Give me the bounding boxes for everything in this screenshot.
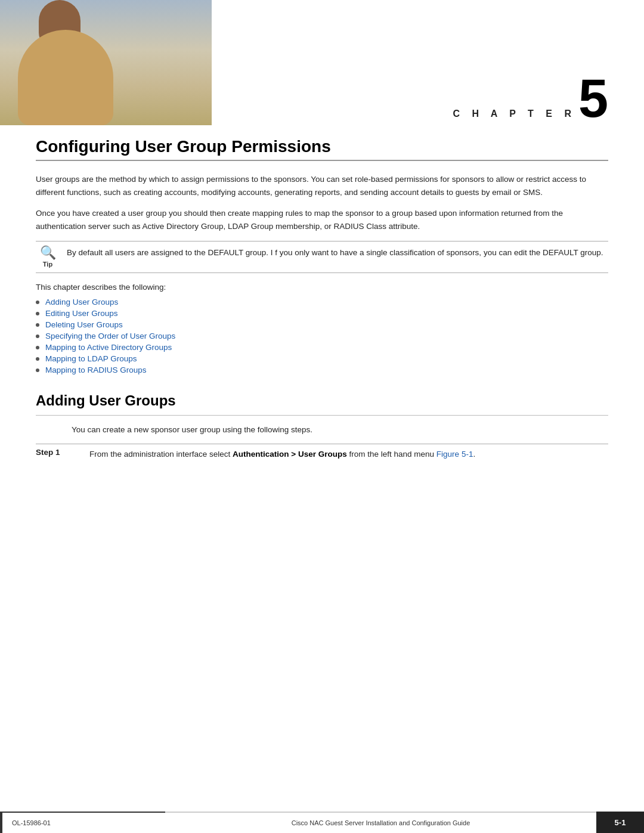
footer-doc-number-text: OL-15986-01 — [12, 819, 51, 826]
toc-link-5[interactable]: Mapping to LDAP Groups — [45, 354, 137, 363]
step-area: Step 1 From the administration interface… — [36, 444, 608, 461]
intro-paragraph-2: Once you have created a user group you s… — [36, 207, 608, 233]
tip-row: 🔍 Tip By default all users are assigned … — [36, 246, 608, 268]
toc-item-2: Deleting User Groups — [36, 320, 608, 329]
section-heading: Adding User Groups — [36, 392, 608, 409]
toc-link-4[interactable]: Mapping to Active Directory Groups — [45, 343, 172, 352]
toc-item-1: Editing User Groups — [36, 309, 608, 318]
tip-section: 🔍 Tip By default all users are assigned … — [36, 241, 608, 273]
section-intro: You can create a new sponsor user group … — [72, 425, 608, 434]
step-1-bold: Authentication > User Groups — [233, 450, 347, 459]
person-body — [18, 30, 113, 125]
tip-icon-wrapper: 🔍 Tip — [36, 246, 60, 268]
chapter-label: C H A P T E R — [453, 109, 576, 119]
step-1-text-suffix: from the left hand menu — [347, 450, 436, 459]
tip-label: Tip — [43, 261, 52, 268]
title-divider — [36, 160, 608, 161]
toc-link-1[interactable]: Editing User Groups — [45, 309, 118, 318]
page: C H A P T E R 5 Configuring User Group P… — [0, 0, 644, 833]
header-photo — [0, 0, 212, 125]
step-1-text-prefix: From the administration interface select — [89, 450, 233, 459]
footer-page-number: 5-1 — [615, 818, 626, 827]
tip-divider-bottom — [36, 272, 608, 273]
intro-paragraph-1: User groups are the method by which to a… — [36, 173, 608, 199]
step-1-content: From the administration interface select… — [89, 444, 608, 461]
footer-page: 5-1 — [596, 812, 644, 833]
bullet-icon — [36, 312, 39, 315]
toc-link-0[interactable]: Adding User Groups — [45, 298, 118, 306]
toc-item-3: Specifying the Order of User Groups — [36, 332, 608, 340]
toc-intro: This chapter describes the following: — [36, 283, 608, 292]
bullet-icon — [36, 301, 39, 304]
toc-item-6: Mapping to RADIUS Groups — [36, 366, 608, 374]
chapter-block: C H A P T E R 5 — [453, 83, 608, 125]
page-title: Configuring User Group Permissions — [36, 137, 608, 156]
step-1-period: . — [473, 450, 475, 459]
toc-link-6[interactable]: Mapping to RADIUS Groups — [45, 366, 147, 374]
toc-link-2[interactable]: Deleting User Groups — [45, 320, 123, 329]
tip-divider-top — [36, 241, 608, 241]
bullet-icon — [36, 335, 39, 338]
toc-item-5: Mapping to LDAP Groups — [36, 354, 608, 363]
bullet-icon — [36, 368, 39, 372]
toc-list: Adding User Groups Editing User Groups D… — [36, 298, 608, 374]
step-1-label: Step 1 — [36, 444, 89, 457]
tip-icon: 🔍 — [40, 246, 56, 259]
footer-title: Cisco NAC Guest Server Installation and … — [165, 812, 596, 833]
section-divider — [36, 415, 608, 416]
bullet-icon — [36, 323, 39, 327]
tip-content: By default all users are assigned to the… — [67, 246, 608, 259]
toc-link-3[interactable]: Specifying the Order of User Groups — [45, 332, 175, 340]
step-1-link[interactable]: Figure 5-1 — [436, 450, 473, 459]
footer-doc-number: OL-15986-01 — [2, 812, 165, 833]
footer: OL-15986-01 Cisco NAC Guest Server Insta… — [0, 812, 644, 833]
step-1-row: Step 1 From the administration interface… — [36, 444, 608, 461]
chapter-number: 5 — [578, 72, 608, 125]
bullet-icon — [36, 346, 39, 349]
footer-title-text: Cisco NAC Guest Server Installation and … — [292, 819, 470, 826]
main-content: Configuring User Group Permissions User … — [36, 137, 608, 467]
toc-item-4: Mapping to Active Directory Groups — [36, 343, 608, 352]
bullet-icon — [36, 357, 39, 361]
toc-item-0: Adding User Groups — [36, 298, 608, 306]
